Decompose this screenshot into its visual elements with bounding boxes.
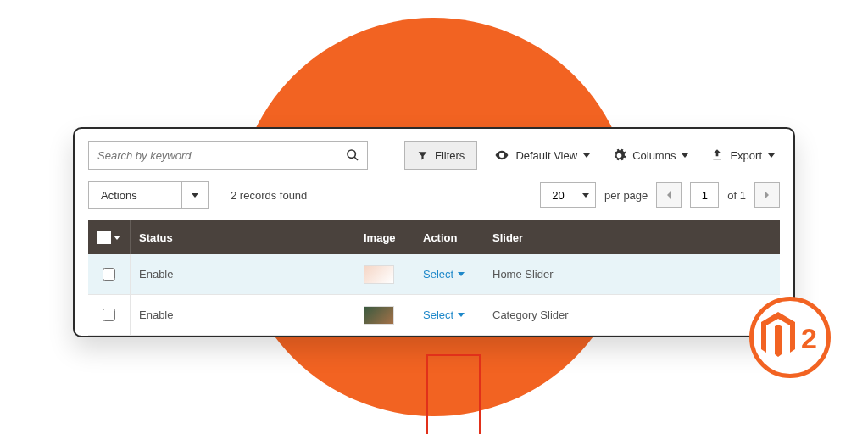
row-action-select[interactable]: Select — [423, 268, 465, 281]
search-button[interactable] — [338, 142, 367, 169]
chevron-down-icon — [458, 313, 465, 317]
per-page-label: per page — [604, 189, 648, 202]
row-checkbox[interactable] — [103, 268, 115, 281]
table-row[interactable]: Enable Select Category Slider — [88, 295, 780, 336]
chevron-down-icon — [458, 272, 465, 276]
prev-page-button[interactable] — [656, 182, 682, 208]
row-checkbox[interactable] — [103, 309, 115, 321]
chevron-down-icon — [583, 153, 590, 158]
next-page-button[interactable] — [754, 182, 780, 208]
slider-cell: Home Slider — [492, 268, 554, 281]
data-grid: Status Image Action Slider Enable Select… — [88, 220, 780, 336]
columns-label: Columns — [632, 149, 676, 162]
default-view-button[interactable]: Default View — [489, 141, 595, 170]
export-icon — [710, 148, 724, 162]
chevron-down-icon — [768, 153, 775, 158]
page-input[interactable] — [690, 182, 719, 208]
per-page-value: 20 — [540, 182, 576, 208]
chevron-down-icon — [114, 236, 120, 240]
status-cell: Enable — [139, 309, 173, 321]
filters-button[interactable]: Filters — [404, 141, 477, 170]
thumbnail-image[interactable] — [364, 306, 394, 325]
eye-icon — [494, 147, 509, 163]
funnel-icon — [417, 150, 428, 161]
records-found: 2 records found — [231, 189, 307, 202]
header-image[interactable]: Image — [355, 220, 415, 254]
grid-header: Status Image Action Slider — [88, 220, 780, 254]
search-field — [88, 141, 368, 170]
slider-cell: Category Slider — [492, 309, 569, 321]
page-of-label: of 1 — [727, 189, 746, 202]
pagination: 20 per page of 1 — [540, 182, 780, 208]
columns-button[interactable]: Columns — [607, 141, 693, 170]
search-input[interactable] — [89, 149, 338, 162]
per-page-toggle[interactable] — [576, 182, 596, 208]
filters-label: Filters — [435, 149, 465, 162]
default-view-label: Default View — [515, 149, 577, 162]
header-status[interactable]: Status — [131, 220, 355, 254]
search-icon — [346, 148, 359, 162]
select-all-cell[interactable] — [88, 220, 131, 254]
chevron-left-icon — [665, 190, 672, 200]
row-action-select[interactable]: Select — [423, 309, 465, 321]
actions-dropdown[interactable]: Actions — [88, 181, 209, 209]
chevron-down-icon — [582, 193, 589, 198]
export-label: Export — [730, 149, 762, 162]
actions-label: Actions — [88, 181, 181, 209]
toolbar-row-2: Actions 2 records found 20 per page of 1 — [88, 181, 780, 209]
chevron-down-icon — [192, 193, 198, 198]
thumbnail-image[interactable] — [364, 265, 394, 284]
status-cell: Enable — [139, 268, 173, 281]
export-button[interactable]: Export — [705, 141, 780, 170]
gear-icon — [612, 148, 626, 163]
header-action[interactable]: Action — [415, 220, 484, 254]
magento-icon — [761, 312, 795, 359]
logo-two: 2 — [801, 322, 817, 355]
select-all-checkbox[interactable] — [97, 231, 111, 244]
admin-grid-panel: Filters Default View Columns Export Acti… — [73, 127, 795, 337]
magento2-logo: 2 — [749, 297, 831, 378]
toolbar-row-1: Filters Default View Columns Export — [88, 141, 780, 170]
svg-point-0 — [348, 150, 355, 158]
per-page-select[interactable]: 20 — [540, 182, 596, 208]
svg-line-1 — [354, 157, 358, 160]
chevron-down-icon — [682, 153, 688, 158]
actions-dropdown-toggle[interactable] — [181, 181, 209, 209]
chevron-right-icon — [764, 190, 771, 200]
header-slider[interactable]: Slider — [484, 220, 780, 254]
table-row[interactable]: Enable Select Home Slider — [88, 254, 780, 295]
